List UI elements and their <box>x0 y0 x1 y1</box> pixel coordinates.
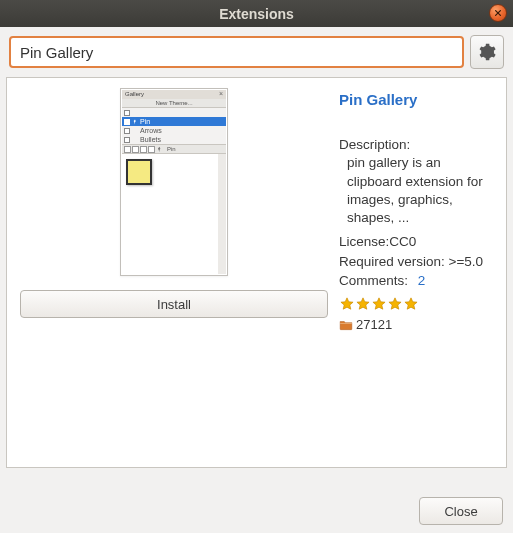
comments-link[interactable]: 2 <box>418 273 426 288</box>
extension-title: Pin Gallery <box>339 90 498 110</box>
rating-stars <box>339 296 498 312</box>
window-title: Extensions <box>219 6 294 22</box>
thumb-row: Bullets <box>122 135 226 144</box>
thumb-panel-title: Gallery <box>125 91 144 97</box>
star-icon <box>355 296 371 312</box>
thumb-new-theme: New Theme... <box>122 99 226 108</box>
comments-label: Comments: <box>339 273 408 288</box>
footer: Close <box>419 497 503 525</box>
thumb-canvas <box>122 154 226 274</box>
content-panel: Gallery × New Theme... Pin <box>6 77 507 468</box>
search-input[interactable] <box>9 36 464 68</box>
thumb-close-icon: × <box>219 90 223 97</box>
required-version-label: Required version: <box>339 254 445 269</box>
window-close-button[interactable] <box>489 4 507 22</box>
thumb-toolbar: Pin <box>122 144 226 154</box>
thumb-row: Arrows <box>122 126 226 135</box>
description-text: pin gallery is an clipboard extension fo… <box>339 154 498 227</box>
install-button[interactable]: Install <box>20 290 328 318</box>
search-row <box>0 27 513 77</box>
thumb-row <box>122 108 226 117</box>
title-bar: Extensions <box>0 0 513 27</box>
close-button[interactable]: Close <box>419 497 503 525</box>
gear-icon <box>477 42 497 62</box>
license-label: License: <box>339 234 389 249</box>
downloads-count: 27121 <box>356 316 392 334</box>
star-icon <box>403 296 419 312</box>
star-icon <box>371 296 387 312</box>
details-column: Pin Gallery Description: pin gallery is … <box>339 88 498 334</box>
downloads-row: 27121 <box>339 316 498 334</box>
pin-icon <box>156 146 163 153</box>
star-icon <box>387 296 403 312</box>
close-icon <box>494 9 502 17</box>
left-column: Gallery × New Theme... Pin <box>19 88 329 334</box>
screenshot-thumbnail: Gallery × New Theme... Pin <box>120 88 228 276</box>
license-value: CC0 <box>389 234 416 249</box>
comments-row: Comments: 2 <box>339 272 498 290</box>
settings-button[interactable] <box>470 35 504 69</box>
required-version-row: Required version: >=5.0 <box>339 253 498 271</box>
thumb-row-selected: Pin <box>122 117 226 126</box>
description-label: Description: <box>339 136 498 154</box>
required-version-value: >=5.0 <box>449 254 484 269</box>
pin-icon <box>132 119 138 125</box>
sticky-note-icon <box>126 159 152 185</box>
star-icon <box>339 296 355 312</box>
license-row: License:CC0 <box>339 233 498 251</box>
folder-icon <box>339 319 353 331</box>
